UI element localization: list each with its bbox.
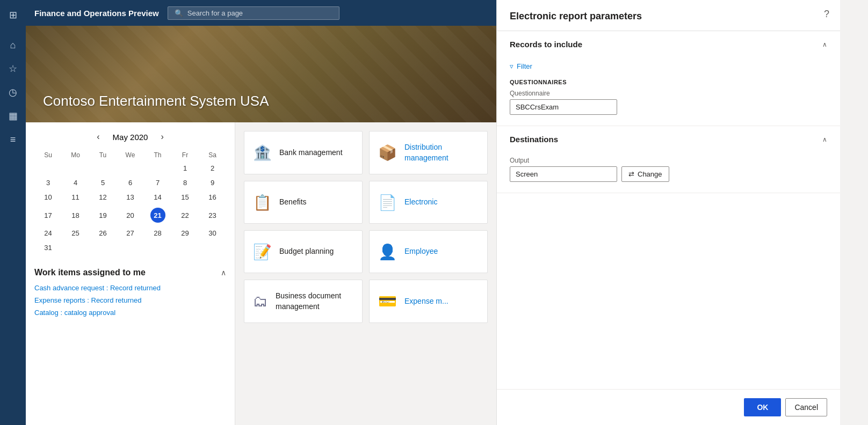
- cal-header-su: Su: [34, 149, 62, 161]
- calendar-day[interactable]: 18: [62, 204, 89, 226]
- calendar-day[interactable]: 22: [171, 204, 199, 226]
- right-panel: Electronic report parameters ? Records t…: [496, 0, 840, 425]
- cal-header-th: Th: [144, 149, 171, 161]
- calendar-day[interactable]: 26: [89, 226, 117, 240]
- calendar-day[interactable]: 23: [199, 204, 226, 226]
- calendar-header: ‹ May 2020 ›: [34, 131, 226, 143]
- tile-employee[interactable]: 👤 Employee: [369, 230, 488, 273]
- cancel-button[interactable]: Cancel: [785, 398, 827, 416]
- calendar-day: [34, 161, 62, 175]
- calendar-day[interactable]: 28: [144, 226, 171, 240]
- calendar-day: [117, 161, 144, 175]
- destinations-section-title: Destinations: [510, 135, 558, 144]
- work-items-collapse-button[interactable]: ∧: [221, 268, 226, 277]
- destinations-section-header[interactable]: Destinations ∧: [497, 126, 840, 152]
- questionnaire-input[interactable]: [510, 99, 617, 115]
- filter-link[interactable]: ▿ Filter: [510, 62, 532, 70]
- records-section-title: Records to include: [510, 40, 582, 49]
- calendar-prev-button[interactable]: ‹: [92, 131, 104, 143]
- work-items-header: Work items assigned to me ∧: [34, 268, 226, 277]
- benefits-label: Benefits: [279, 197, 307, 208]
- cal-header-fr: Fr: [171, 149, 199, 161]
- tiles-area: 🏦 Bank management 📦 Distribution managem…: [235, 122, 496, 425]
- topbar: Finance and Operations Preview 🔍 Search …: [26, 0, 496, 26]
- tile-bank-management[interactable]: 🏦 Bank management: [244, 131, 363, 174]
- list-icon[interactable]: ≡: [2, 129, 24, 150]
- work-items-title: Work items assigned to me: [34, 268, 146, 277]
- calendar-day[interactable]: 4: [62, 175, 89, 190]
- right-panel-body: Records to include ∧ ▿ Filter QUESTIONNA…: [497, 31, 840, 389]
- calendar-day: [199, 240, 226, 255]
- search-placeholder: Search for a page: [187, 9, 243, 17]
- calendar-day[interactable]: 9: [199, 175, 226, 190]
- output-input[interactable]: [510, 166, 617, 182]
- work-items-list: Cash advance request : Record returnedEx…: [34, 284, 226, 317]
- app-title: Finance and Operations Preview: [34, 9, 159, 18]
- bank-management-icon: 🏦: [253, 144, 272, 162]
- work-item-link[interactable]: Cash advance request : Record returned: [34, 284, 226, 292]
- star-icon[interactable]: ☆: [2, 58, 24, 79]
- distribution-management-icon: 📦: [378, 144, 397, 162]
- cal-header-sa: Sa: [199, 149, 226, 161]
- workspace-icon[interactable]: ▦: [2, 105, 24, 127]
- cal-header-we: We: [117, 149, 144, 161]
- grid-icon[interactable]: ⊞: [2, 4, 24, 26]
- calendar-day[interactable]: 24: [34, 226, 62, 240]
- business-document-label: Business document management: [276, 291, 353, 312]
- search-box[interactable]: 🔍 Search for a page: [168, 6, 339, 20]
- records-section-body: ▿ Filter QUESTIONNAIRES Questionnaire: [497, 57, 840, 126]
- calendar-day[interactable]: 6: [117, 175, 144, 190]
- calendar-day[interactable]: 19: [89, 204, 117, 226]
- content-area: ‹ May 2020 › Su Mo Tu We Th Fr: [26, 122, 496, 425]
- left-panel: ‹ May 2020 › Su Mo Tu We Th Fr: [26, 122, 235, 425]
- calendar-day[interactable]: 10: [34, 190, 62, 204]
- calendar-day[interactable]: 16: [199, 190, 226, 204]
- tile-business-document[interactable]: 🗂 Business document management: [244, 280, 363, 323]
- questionnaire-field-label: Questionnaire: [510, 90, 827, 97]
- change-button[interactable]: ⇄ Change: [621, 166, 669, 182]
- right-panel-header: Electronic report parameters: [497, 0, 840, 31]
- cal-header-tu: Tu: [89, 149, 117, 161]
- calendar-day[interactable]: 31: [34, 240, 62, 255]
- records-section-header[interactable]: Records to include ∧: [497, 31, 840, 57]
- change-label: Change: [638, 170, 662, 178]
- tile-distribution-management[interactable]: 📦 Distribution management: [369, 131, 488, 174]
- calendar-day[interactable]: 25: [62, 226, 89, 240]
- calendar-day[interactable]: 15: [171, 190, 199, 204]
- work-item-link[interactable]: Expense reports : Record returned: [34, 296, 226, 304]
- calendar-day[interactable]: 3: [34, 175, 62, 190]
- calendar-day[interactable]: 2: [199, 161, 226, 175]
- calendar-day: [171, 240, 199, 255]
- work-item-link[interactable]: Catalog : catalog approval: [34, 309, 226, 317]
- tile-budget-planning[interactable]: 📝 Budget planning: [244, 230, 363, 273]
- calendar-day[interactable]: 8: [171, 175, 199, 190]
- calendar-day[interactable]: 1: [171, 161, 199, 175]
- clock-icon[interactable]: ◷: [2, 82, 24, 103]
- help-icon[interactable]: ?: [824, 9, 829, 20]
- calendar-next-button[interactable]: ›: [156, 131, 168, 143]
- calendar-day[interactable]: 17: [34, 204, 62, 226]
- tile-electronic[interactable]: 📄 Electronic: [369, 181, 488, 224]
- calendar-day: [144, 161, 171, 175]
- calendar-day[interactable]: 11: [62, 190, 89, 204]
- tile-benefits[interactable]: 📋 Benefits: [244, 181, 363, 224]
- calendar-day: [89, 240, 117, 255]
- calendar-day[interactable]: 20: [117, 204, 144, 226]
- calendar-day[interactable]: 14: [144, 190, 171, 204]
- calendar-day[interactable]: 5: [89, 175, 117, 190]
- calendar-day[interactable]: 27: [117, 226, 144, 240]
- home-icon[interactable]: ⌂: [2, 34, 24, 56]
- filter-icon: ▿: [510, 62, 513, 70]
- calendar-day[interactable]: 7: [144, 175, 171, 190]
- calendar-day[interactable]: 21: [144, 204, 171, 226]
- ok-button[interactable]: OK: [744, 398, 781, 416]
- expense-icon: 💳: [378, 292, 397, 310]
- calendar-day[interactable]: 12: [89, 190, 117, 204]
- benefits-icon: 📋: [253, 194, 272, 211]
- hero-banner: Contoso Entertainment System USA: [26, 26, 496, 122]
- calendar-day[interactable]: 13: [117, 190, 144, 204]
- calendar-day[interactable]: 29: [171, 226, 199, 240]
- calendar-day: [89, 161, 117, 175]
- tile-expense[interactable]: 💳 Expense m...: [369, 280, 488, 323]
- calendar-day[interactable]: 30: [199, 226, 226, 240]
